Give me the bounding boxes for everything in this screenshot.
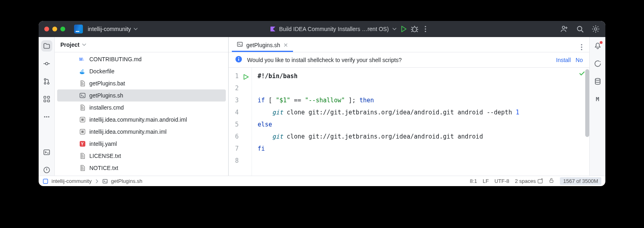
- run-config-selector[interactable]: Build IDEA Community Installers …rent OS…: [270, 26, 397, 32]
- file-icon: [79, 80, 86, 87]
- notifications-tool-button[interactable]: [592, 40, 603, 52]
- left-tool-stripe: [39, 37, 55, 176]
- editor-notification-bar: Would you like to install shellcheck to …: [229, 52, 589, 68]
- tab-more-button[interactable]: [578, 44, 585, 52]
- minimize-window-button[interactable]: [52, 27, 57, 31]
- project-dropdown[interactable]: intellij-community: [88, 26, 138, 32]
- file-name: intellij.idea.community.main.iml: [89, 129, 167, 135]
- ellipsis-icon: [43, 113, 50, 120]
- memory-indicator[interactable]: 1567 of 3500M: [560, 177, 601, 185]
- tree-file[interactable]: Dockerfile: [55, 65, 228, 77]
- project-tree[interactable]: M↓CONTRIBUTING.mdDockerfilegetPlugins.ba…: [55, 52, 228, 176]
- titlebar: intellij-community Build IDEA Community …: [39, 21, 605, 37]
- indent-label: 2 spaces: [515, 178, 536, 184]
- run-config-label: Build IDEA Community Installers …rent OS…: [279, 26, 389, 32]
- svg-rect-12: [47, 96, 50, 98]
- no-action[interactable]: No: [576, 57, 583, 63]
- readonly-toggle[interactable]: [549, 178, 554, 184]
- svg-rect-11: [44, 96, 46, 98]
- commit-tool-button[interactable]: [41, 58, 52, 69]
- gutter: 12345678: [229, 68, 252, 176]
- settings-button[interactable]: [592, 25, 600, 33]
- tree-file[interactable]: intellij.idea.community.main.iml: [55, 126, 228, 138]
- editor-tabs: getPlugins.sh ✕: [229, 37, 589, 52]
- inspection-ok-icon[interactable]: [579, 70, 585, 78]
- chevron-right-icon: [95, 179, 99, 183]
- maximize-window-button[interactable]: [60, 27, 65, 31]
- editor-tab[interactable]: getPlugins.sh ✕: [232, 39, 293, 52]
- lock-open-icon: [549, 178, 554, 183]
- code-line[interactable]: #!/bin/bash: [258, 70, 589, 82]
- file-name: NOTICE.txt: [89, 165, 118, 171]
- close-tab-button[interactable]: ✕: [283, 42, 288, 48]
- svg-text:M↓: M↓: [79, 57, 85, 62]
- maven-tool-button[interactable]: M: [592, 93, 603, 105]
- breadcrumb-file: getPlugins.sh: [111, 178, 142, 184]
- svg-point-8: [44, 79, 46, 80]
- svg-point-33: [238, 57, 239, 58]
- tree-file[interactable]: LICENSE.txt: [55, 150, 228, 162]
- breadcrumb-root: intellij-community: [52, 178, 92, 184]
- tree-file[interactable]: getPlugins.sh: [57, 89, 226, 102]
- svg-point-29: [581, 44, 582, 45]
- file-name: LICENSE.txt: [89, 153, 121, 159]
- code-line[interactable]: git clone git://git.jetbrains.org/idea/a…: [258, 106, 589, 118]
- close-window-button[interactable]: [44, 27, 49, 31]
- svg-point-10: [47, 83, 49, 84]
- code-line[interactable]: [258, 155, 589, 167]
- search-everywhere-button[interactable]: [576, 25, 584, 33]
- warning-icon: [43, 166, 50, 174]
- svg-point-1: [425, 26, 426, 27]
- line-separator[interactable]: LF: [483, 178, 489, 184]
- file-name: getPlugins.sh: [89, 92, 123, 99]
- svg-point-35: [600, 61, 601, 62]
- tree-file[interactable]: installers.cmd: [55, 102, 228, 114]
- code-line[interactable]: if [ "$1" == "--shallow" ]; then: [258, 94, 589, 106]
- install-action[interactable]: Install: [556, 57, 571, 63]
- tree-file[interactable]: M↓CONTRIBUTING.md: [55, 53, 228, 65]
- chevron-down-icon: [82, 42, 87, 47]
- code-line[interactable]: git clone git://git.jetbrains.org/idea/a…: [258, 131, 589, 143]
- editor-tab-label: getPlugins.sh: [246, 42, 280, 48]
- file-name: intellij.yaml: [89, 141, 117, 147]
- structure-icon: [43, 95, 50, 103]
- project-panel-header[interactable]: Project: [55, 37, 228, 52]
- code-editor[interactable]: 12345678 #!/bin/bash if [ "$1" == "--sha…: [229, 68, 589, 176]
- code-content[interactable]: #!/bin/bash if [ "$1" == "--shallow" ]; …: [252, 68, 589, 176]
- more-actions-button[interactable]: [422, 25, 429, 33]
- svg-rect-34: [238, 59, 239, 61]
- code-line[interactable]: [258, 82, 589, 94]
- indent-widget[interactable]: 2 spaces: [515, 178, 543, 184]
- debug-button[interactable]: [411, 25, 419, 33]
- svg-point-16: [46, 116, 47, 117]
- run-gutter-icon[interactable]: [243, 72, 249, 84]
- tree-file[interactable]: intellij.idea.community.main.android.iml: [55, 114, 228, 126]
- terminal-tool-button[interactable]: [41, 147, 52, 158]
- svg-point-0: [413, 27, 417, 32]
- more-tools-button[interactable]: [41, 111, 52, 122]
- problems-tool-button[interactable]: [41, 164, 52, 176]
- svg-rect-23: [81, 118, 84, 121]
- window-controls: [44, 27, 65, 31]
- pull-request-icon: [43, 78, 50, 85]
- tree-file[interactable]: Yintellij.yaml: [55, 138, 228, 150]
- tree-file[interactable]: NOTICE.txt: [55, 162, 228, 174]
- database-tool-button[interactable]: [592, 76, 603, 87]
- svg-rect-14: [47, 100, 50, 102]
- run-button[interactable]: [400, 25, 407, 33]
- ai-assistant-tool-button[interactable]: [592, 58, 603, 69]
- code-line[interactable]: else: [258, 118, 589, 131]
- structure-tool-button[interactable]: [41, 93, 52, 105]
- chevron-down-icon: [392, 27, 397, 31]
- breadcrumb[interactable]: intellij-community getPlugins.sh: [43, 178, 142, 184]
- pull-requests-tool-button[interactable]: [41, 76, 52, 87]
- svg-rect-40: [550, 180, 553, 182]
- code-line[interactable]: fi: [258, 143, 589, 155]
- project-tool-button[interactable]: [41, 40, 52, 52]
- editor-scrollbar[interactable]: [585, 69, 589, 137]
- database-icon: [594, 78, 601, 85]
- code-with-me-button[interactable]: [560, 25, 568, 33]
- caret-position[interactable]: 8:1: [470, 178, 477, 184]
- tree-file[interactable]: getPlugins.bat: [55, 77, 228, 89]
- file-encoding[interactable]: UTF-8: [494, 178, 509, 184]
